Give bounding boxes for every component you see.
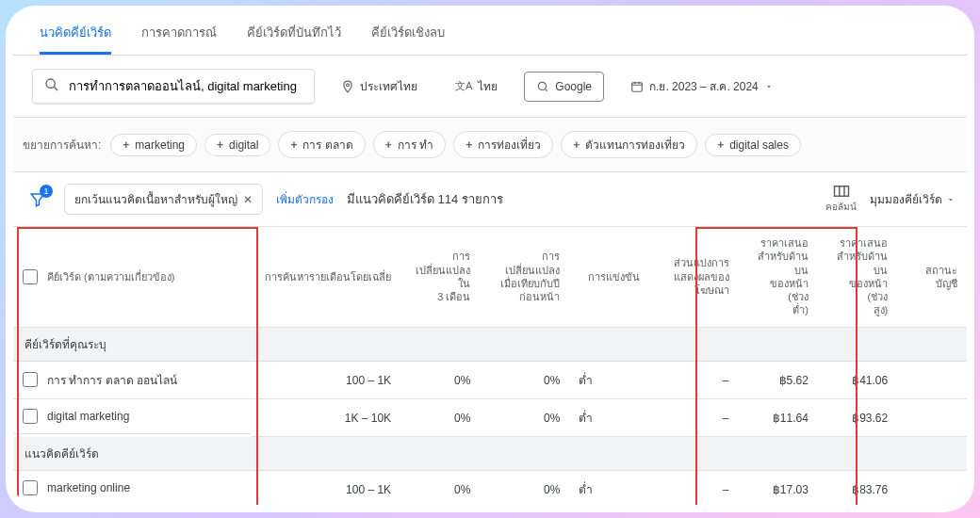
competition-cell: ต่ำ xyxy=(569,471,648,505)
col-adshare-header[interactable]: ส่วนแบ่งการ แสดงผลของ โฆษณา xyxy=(649,227,739,327)
col-volume-header[interactable]: การค้นหารายเดือนโดยเฉลี่ย xyxy=(252,227,400,327)
table-row[interactable]: digital marketing1K – 10K0%0%ต่ำ–฿11.64฿… xyxy=(13,399,967,437)
keyword-cell: marketing online xyxy=(47,481,130,494)
volume-cell: 1K – 10K xyxy=(252,399,400,437)
row-checkbox[interactable] xyxy=(23,480,38,495)
changeyoy-cell: 0% xyxy=(480,361,569,399)
bidhigh-cell: ฿93.62 xyxy=(818,399,897,437)
search-icon xyxy=(44,77,59,95)
col-account-header[interactable]: สถานะบัญชี xyxy=(897,227,967,327)
volume-cell: 100 – 1K xyxy=(252,361,400,399)
language-label: ไทย xyxy=(478,77,498,95)
changeyoy-cell: 0% xyxy=(480,399,569,437)
account-cell xyxy=(897,471,967,505)
plus-icon: + xyxy=(122,138,129,152)
svg-point-2 xyxy=(347,83,350,86)
bidlow-cell: ฿17.03 xyxy=(739,471,818,505)
calendar-icon xyxy=(630,80,644,93)
expand-chip[interactable]: +การท่องเที่ยว xyxy=(453,131,553,158)
applied-filter-label: ยกเว้นแนวคิดเนื้อหาสำหรับผู้ใหญ่ xyxy=(74,190,237,208)
expand-chip[interactable]: +marketing xyxy=(110,134,197,156)
expand-chip[interactable]: +digital sales xyxy=(705,134,801,156)
account-cell xyxy=(897,399,967,437)
competition-cell: ต่ำ xyxy=(569,399,648,437)
adshare-cell: – xyxy=(649,361,739,399)
select-all-checkbox[interactable] xyxy=(23,269,38,284)
plus-icon: + xyxy=(717,138,724,152)
language-icon: 文A xyxy=(455,79,472,93)
col-bidlow-header[interactable]: ราคาเสนอ สำหรับด้านบน ของหน้า (ช่วง ต่ำ) xyxy=(739,227,818,327)
location-icon xyxy=(341,80,354,93)
table-section-header: แนวคิดคีย์เวิร์ด xyxy=(13,437,967,471)
table-section-header: คีย์เวิร์ดที่คุณระบุ xyxy=(13,327,967,361)
add-filter-link[interactable]: เพิ่มตัวกรอง xyxy=(276,190,334,208)
keyword-table-wrap: คีย์เวิร์ด (ตามความเกี่ยวข้อง) การค้นหาร… xyxy=(13,227,967,505)
adshare-cell: – xyxy=(649,471,739,505)
plus-icon: + xyxy=(385,138,392,152)
filter-row: 1 ยกเว้นแนวคิดเนื้อหาสำหรับผู้ใหญ่ ✕ เพิ… xyxy=(13,171,967,227)
adshare-cell: – xyxy=(649,399,739,437)
date-range-control[interactable]: ก.ย. 2023 – ส.ค. 2024 xyxy=(619,70,785,103)
svg-rect-5 xyxy=(632,82,643,90)
location-control[interactable]: ประเทศไทย xyxy=(330,70,429,103)
keyword-view-dropdown[interactable]: มุมมองคีย์เวิร์ด xyxy=(870,190,956,208)
network-icon xyxy=(536,80,549,93)
network-control[interactable]: Google xyxy=(524,72,604,102)
applied-filter-chip[interactable]: ยกเว้นแนวคิดเนื้อหาสำหรับผู้ใหญ่ ✕ xyxy=(64,184,263,215)
col-change3m-header[interactable]: การ เปลี่ยนแปลงใน 3 เดือน xyxy=(400,227,480,327)
search-controls-row: ประเทศไทย 文A ไทย Google ก.ย. 2023 – ส.ค.… xyxy=(13,56,967,117)
expand-search-row: ขยายการค้นหา: +marketing +digital +การ ต… xyxy=(13,117,967,171)
expand-chip[interactable]: +ตัวแทนการท่องเที่ยว xyxy=(561,131,697,158)
volume-cell: 100 – 1K xyxy=(252,471,400,505)
table-row[interactable]: marketing online100 – 1K0%0%ต่ำ–฿17.03฿8… xyxy=(13,471,967,505)
competition-cell: ต่ำ xyxy=(569,361,648,399)
bidlow-cell: ฿5.62 xyxy=(739,361,818,399)
svg-point-3 xyxy=(539,82,547,89)
svg-rect-9 xyxy=(834,186,848,197)
col-bidhigh-header[interactable]: ราคาเสนอ สำหรับด้านบน ของหน้า (ช่วง สูง) xyxy=(818,227,897,327)
expand-chip[interactable]: +การ ตลาด xyxy=(278,131,365,158)
plus-icon: + xyxy=(217,138,223,152)
keyword-cell: digital marketing xyxy=(47,410,129,423)
change3m-cell: 0% xyxy=(400,399,480,437)
filter-funnel-button[interactable]: 1 xyxy=(24,186,51,213)
table-header-row: คีย์เวิร์ด (ตามความเกี่ยวข้อง) การค้นหาร… xyxy=(13,227,967,327)
expand-search-label: ขยายการค้นหา: xyxy=(23,136,101,154)
keyword-view-label: มุมมองคีย์เวิร์ด xyxy=(870,190,942,208)
account-cell xyxy=(897,361,967,399)
results-summary: มีแนวคิดคีย์เวิร์ด 114 รายการ xyxy=(347,189,503,209)
change3m-cell: 0% xyxy=(400,471,480,505)
keyword-search-box[interactable] xyxy=(32,69,315,104)
tab-forecast[interactable]: การคาดการณ์ xyxy=(141,17,217,55)
table-row[interactable]: การ ทำการ ตลาด ออนไลน์100 – 1K0%0%ต่ำ–฿5… xyxy=(13,361,967,399)
tab-saved-keywords[interactable]: คีย์เวิร์ดที่บันทึกไว้ xyxy=(247,17,341,55)
tab-negative-keywords[interactable]: คีย์เวิร์ดเชิงลบ xyxy=(371,17,445,55)
keyword-search-input[interactable] xyxy=(69,79,302,93)
svg-line-4 xyxy=(546,89,547,90)
keyword-cell: การ ทำการ ตลาด ออนไลน์ xyxy=(47,371,177,389)
bidhigh-cell: ฿83.76 xyxy=(818,471,897,505)
close-icon[interactable]: ✕ xyxy=(243,193,253,206)
columns-button[interactable]: คอลัมน์ xyxy=(825,185,857,214)
plus-icon: + xyxy=(290,138,297,152)
svg-line-1 xyxy=(54,87,57,90)
row-checkbox[interactable] xyxy=(23,372,38,387)
plus-icon: + xyxy=(466,138,472,152)
chevron-down-icon xyxy=(764,82,774,91)
location-label: ประเทศไทย xyxy=(360,77,417,95)
expand-chip[interactable]: +การ ทำ xyxy=(373,131,446,158)
svg-point-0 xyxy=(46,79,55,88)
chevron-down-icon xyxy=(946,195,956,204)
bidlow-cell: ฿11.64 xyxy=(739,399,818,437)
expand-chip[interactable]: +digital xyxy=(204,134,270,156)
row-checkbox[interactable] xyxy=(23,409,38,424)
network-label: Google xyxy=(555,80,592,93)
col-competition-header[interactable]: การแข่งขัน xyxy=(569,227,648,327)
bidhigh-cell: ฿41.06 xyxy=(818,361,897,399)
plus-icon: + xyxy=(573,138,580,152)
language-control[interactable]: 文A ไทย xyxy=(444,70,509,103)
col-changeyoy-header[interactable]: การ เปลี่ยนแปลง เมื่อเทียบกับปี ก่อนหน้า xyxy=(480,227,569,327)
col-keyword-header[interactable]: คีย์เวิร์ด (ตามความเกี่ยวข้อง) xyxy=(47,270,174,283)
columns-icon xyxy=(833,185,850,198)
tab-keyword-ideas[interactable]: นวคิดคีย์เวิร์ด xyxy=(40,17,111,55)
